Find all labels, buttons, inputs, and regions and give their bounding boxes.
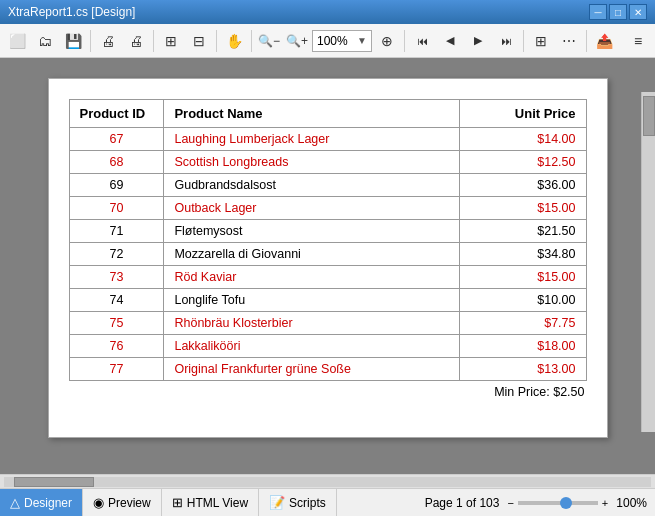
zoom-slider-container: − + — [507, 497, 608, 509]
table-row: 69Gudbrandsdalsost$36.00 — [69, 174, 586, 197]
tab-scripts[interactable]: 📝 Scripts — [259, 489, 337, 517]
report-page: Product ID Product Name Unit Price 67Lau… — [48, 78, 608, 438]
h-scrollbar-thumb[interactable] — [14, 477, 94, 487]
status-bar: △ Designer ◉ Preview ⊞ HTML View 📝 Scrip… — [0, 488, 655, 516]
title-bar-text: XtraReport1.cs [Design] — [8, 5, 589, 19]
last-page-button[interactable]: ⏭ — [493, 28, 519, 54]
table-row: 70Outback Lager$15.00 — [69, 197, 586, 220]
cell-name: Gudbrandsdalsost — [164, 174, 459, 197]
export-button[interactable]: 📤 — [591, 28, 617, 54]
cell-name: Röd Kaviar — [164, 266, 459, 289]
prev-page-button[interactable]: ◀ — [437, 28, 463, 54]
open-button[interactable]: 🗂 — [32, 28, 58, 54]
table-row: 72Mozzarella di Giovanni$34.80 — [69, 243, 586, 266]
cell-price: $14.00 — [459, 128, 586, 151]
more-button[interactable]: ≡ — [625, 28, 651, 54]
cell-id: 71 — [69, 220, 164, 243]
cell-name: Outback Lager — [164, 197, 459, 220]
header-unit-price: Unit Price — [459, 100, 586, 128]
vertical-scrollbar[interactable] — [641, 92, 655, 432]
print-button[interactable]: 🖨 — [95, 28, 121, 54]
minimize-button[interactable]: ─ — [589, 4, 607, 20]
zoom-minus-icon[interactable]: − — [507, 497, 513, 509]
cell-price: $7.75 — [459, 312, 586, 335]
tab-preview-label: Preview — [108, 496, 151, 510]
tab-designer[interactable]: △ Designer — [0, 489, 83, 517]
preview-icon: ◉ — [93, 495, 104, 510]
save-button[interactable]: 💾 — [60, 28, 86, 54]
new-page-button[interactable]: ⬜ — [4, 28, 30, 54]
cell-name: Fløtemysost — [164, 220, 459, 243]
main-content: Product ID Product Name Unit Price 67Lau… — [0, 58, 655, 474]
separator-7 — [586, 30, 587, 52]
html-icon: ⊞ — [172, 495, 183, 510]
tab-scripts-label: Scripts — [289, 496, 326, 510]
cell-price: $36.00 — [459, 174, 586, 197]
cell-name: Original Frankfurter grüne Soße — [164, 358, 459, 381]
zoom-slider-thumb[interactable] — [560, 497, 572, 509]
cell-id: 76 — [69, 335, 164, 358]
header-product-id: Product ID — [69, 100, 164, 128]
status-right: Page 1 of 103 − + 100% — [417, 496, 655, 510]
cell-name: Rhönbräu Klosterbier — [164, 312, 459, 335]
zoom-slider[interactable] — [518, 501, 598, 505]
tab-designer-label: Designer — [24, 496, 72, 510]
table-row: 74Longlife Tofu$10.00 — [69, 289, 586, 312]
cell-name: Longlife Tofu — [164, 289, 459, 312]
page-info: Page 1 of 103 — [425, 496, 500, 510]
layout-button[interactable]: ⊟ — [186, 28, 212, 54]
play-button[interactable]: ▶ — [465, 28, 491, 54]
table-row: 75Rhönbräu Klosterbier$7.75 — [69, 312, 586, 335]
cell-price: $18.00 — [459, 335, 586, 358]
hand-button[interactable]: ✋ — [221, 28, 247, 54]
separator-3 — [216, 30, 217, 52]
title-bar: XtraReport1.cs [Design] ─ □ ✕ — [0, 0, 655, 24]
toolbar: ⬜ 🗂 💾 🖨 🖨 ⊞ ⊟ ✋ 🔍− 🔍+ 100% ▼ ⊕ ⏮ ◀ ▶ ⏭ ⊞… — [0, 24, 655, 58]
horizontal-scrollbar[interactable] — [0, 474, 655, 488]
status-zoom-level: 100% — [616, 496, 647, 510]
cell-price: $15.00 — [459, 266, 586, 289]
cell-price: $15.00 — [459, 197, 586, 220]
separator-6 — [523, 30, 524, 52]
snap-button[interactable]: ⋯ — [556, 28, 582, 54]
separator-2 — [153, 30, 154, 52]
zoom-in-button[interactable]: 🔍+ — [284, 28, 310, 54]
cell-id: 68 — [69, 151, 164, 174]
table-row: 67Laughing Lumberjack Lager$14.00 — [69, 128, 586, 151]
table-row: 77Original Frankfurter grüne Soße$13.00 — [69, 358, 586, 381]
tab-html-view[interactable]: ⊞ HTML View — [162, 489, 259, 517]
cell-name: Scottish Longbreads — [164, 151, 459, 174]
print2-button[interactable]: 🖨 — [123, 28, 149, 54]
cell-id: 72 — [69, 243, 164, 266]
view-button[interactable]: ⊞ — [158, 28, 184, 54]
separator-4 — [251, 30, 252, 52]
cell-name: Mozzarella di Giovanni — [164, 243, 459, 266]
table-row: 73Röd Kaviar$15.00 — [69, 266, 586, 289]
table-row: 68Scottish Longbreads$12.50 — [69, 151, 586, 174]
cell-name: Laughing Lumberjack Lager — [164, 128, 459, 151]
zoom-level: 100% — [317, 34, 348, 48]
cell-id: 74 — [69, 289, 164, 312]
cell-id: 67 — [69, 128, 164, 151]
separator-1 — [90, 30, 91, 52]
separator-5 — [404, 30, 405, 52]
zoom-box[interactable]: 100% ▼ — [312, 30, 372, 52]
cell-price: $12.50 — [459, 151, 586, 174]
designer-icon: △ — [10, 495, 20, 510]
cell-price: $10.00 — [459, 289, 586, 312]
zoom-fit-button[interactable]: ⊕ — [374, 28, 400, 54]
grid-button[interactable]: ⊞ — [528, 28, 554, 54]
scrollbar-thumb[interactable] — [643, 96, 655, 136]
tab-preview[interactable]: ◉ Preview — [83, 489, 162, 517]
close-button[interactable]: ✕ — [629, 4, 647, 20]
first-page-button[interactable]: ⏮ — [409, 28, 435, 54]
cell-price: $34.80 — [459, 243, 586, 266]
zoom-dropdown-icon[interactable]: ▼ — [357, 35, 367, 46]
maximize-button[interactable]: □ — [609, 4, 627, 20]
table-row: 71Fløtemysost$21.50 — [69, 220, 586, 243]
cell-id: 69 — [69, 174, 164, 197]
zoom-out-button[interactable]: 🔍− — [256, 28, 282, 54]
zoom-plus-icon[interactable]: + — [602, 497, 608, 509]
cell-id: 75 — [69, 312, 164, 335]
cell-price: $21.50 — [459, 220, 586, 243]
